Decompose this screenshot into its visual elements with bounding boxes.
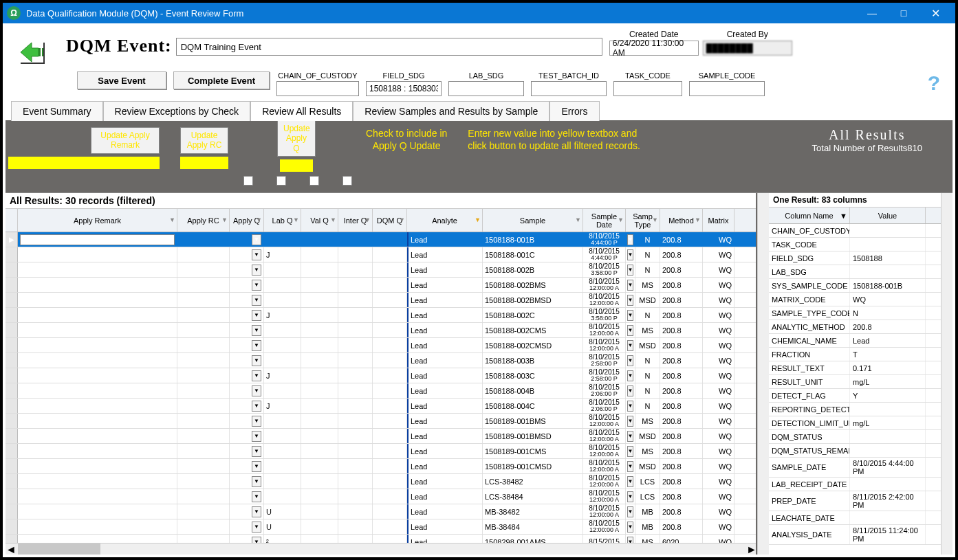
detail-row[interactable]: LAB_SDG <box>769 265 941 279</box>
cell-apply-q[interactable]: ▼ <box>230 247 264 262</box>
dropdown-icon[interactable]: ▼ <box>252 249 261 260</box>
save-event-button[interactable]: Save Event <box>77 71 166 89</box>
cell-apply-q[interactable]: ▼ <box>230 489 264 504</box>
cell-apply-rc[interactable] <box>177 232 230 247</box>
col-sample-date[interactable]: Sample Date▼ <box>583 209 626 232</box>
table-row[interactable]: ▼Lead1508189-001CMS8/10/201512:00:00 A▼M… <box>6 444 756 459</box>
cell-apply-rc[interactable] <box>177 414 230 428</box>
cell-apply-remark[interactable] <box>18 353 177 368</box>
dropdown-icon[interactable]: ▼ <box>252 355 261 366</box>
detail-row[interactable]: ANALYSIS_DATE8/11/2015 11:24:00 PM <box>769 525 941 545</box>
detail-row[interactable]: REPORTING_DETECTION_LIMIT <box>769 403 941 416</box>
date-dropdown[interactable]: ▼ <box>626 262 635 277</box>
detail-row[interactable]: PREP_DATE8/11/2015 2:42:00 PM <box>769 491 941 511</box>
cell-apply-remark[interactable] <box>18 293 177 307</box>
detail-row[interactable]: RESULT_TEXT0.171 <box>769 361 941 375</box>
cell-apply-q[interactable]: ▼ <box>230 308 264 322</box>
detail-row[interactable]: CHAIN_OF_CUSTODY <box>769 224 941 238</box>
maximize-button[interactable]: □ <box>888 3 919 23</box>
test-batch-input[interactable] <box>531 81 607 96</box>
cell-apply-q[interactable]: ▼ <box>230 368 264 383</box>
cell-apply-q[interactable]: ▼ <box>230 429 264 443</box>
table-row[interactable]: ▶▼Lead1508188-001B8/10/20154:44:00 P▼N20… <box>6 232 756 247</box>
date-dropdown[interactable]: ▼ <box>626 232 635 247</box>
table-row[interactable]: ▼Lead1508188-002CMSD8/10/201512:00:00 A▼… <box>6 338 756 353</box>
detail-col-value[interactable]: Value <box>850 208 926 223</box>
cell-apply-rc[interactable] <box>177 504 230 519</box>
date-dropdown[interactable]: ▼ <box>626 504 635 519</box>
event-name-input[interactable] <box>176 38 602 56</box>
detail-row[interactable]: MATRIX_CODEWQ <box>769 293 941 306</box>
cell-apply-q[interactable]: ▼ <box>230 399 264 413</box>
update-apply-remark-button[interactable]: Update Apply Remark <box>91 127 160 154</box>
cell-apply-rc[interactable] <box>177 383 230 398</box>
cell-apply-remark[interactable] <box>18 232 177 247</box>
detail-row[interactable]: CHEMICAL_NAMELead <box>769 334 941 348</box>
cell-apply-remark[interactable] <box>18 247 177 262</box>
tab-review-all-results[interactable]: Review All Results <box>250 101 353 121</box>
cell-apply-remark[interactable] <box>18 383 177 398</box>
dropdown-icon[interactable]: ▼ <box>252 234 261 245</box>
cell-apply-rc[interactable] <box>177 293 230 307</box>
cell-apply-rc[interactable] <box>177 308 230 322</box>
cell-apply-q[interactable]: ▼ <box>230 323 264 337</box>
dropdown-icon[interactable]: ▼ <box>252 265 261 276</box>
table-row[interactable]: ▼Lead1508188-003B8/10/20152:58:00 P▼N200… <box>6 353 756 368</box>
dropdown-icon[interactable]: ▼ <box>252 522 261 533</box>
table-row[interactable]: ▼LeadLCS-384848/10/201512:00:00 A▼LCS200… <box>6 489 756 504</box>
cell-apply-remark[interactable] <box>18 429 177 443</box>
date-dropdown[interactable]: ▼ <box>626 353 635 368</box>
cell-apply-remark[interactable] <box>18 414 177 428</box>
date-dropdown[interactable]: ▼ <box>626 535 635 543</box>
apply-remark-yellow-input[interactable] <box>8 157 160 169</box>
table-row[interactable]: ▼Lead1508188-002B8/10/20153:58:00 P▼N200… <box>6 262 756 278</box>
col-lab-q[interactable]: Lab Q▼ <box>264 209 301 232</box>
dropdown-icon[interactable]: ▼ <box>252 370 261 381</box>
detail-row[interactable]: SYS_SAMPLE_CODE1508188-001B <box>769 279 941 293</box>
date-dropdown[interactable]: ▼ <box>626 444 635 458</box>
dropdown-icon[interactable]: ▼ <box>252 461 261 472</box>
lab-sdg-input[interactable] <box>448 81 524 96</box>
cell-apply-q[interactable]: ▼ <box>230 504 264 519</box>
dropdown-icon[interactable]: ▼ <box>252 506 261 517</box>
update-apply-q-button[interactable]: Update Apply Q <box>277 120 316 157</box>
cell-apply-q[interactable]: ▼ <box>230 262 264 277</box>
cell-apply-remark[interactable] <box>18 519 177 534</box>
cell-apply-remark[interactable] <box>18 338 177 352</box>
date-dropdown[interactable]: ▼ <box>626 383 635 398</box>
detail-row[interactable]: FIELD_SDG1508188 <box>769 251 941 265</box>
table-row[interactable]: ▼ULeadMB-384828/10/201512:00:00 A▼MB200.… <box>6 504 756 519</box>
cell-apply-remark[interactable] <box>18 278 177 292</box>
cell-apply-rc[interactable] <box>177 338 230 352</box>
dropdown-icon[interactable]: ▼ <box>252 280 261 291</box>
table-row[interactable]: ▼²Lead1508298-001AMS8/15/2015▼MS6020WQ <box>6 535 756 543</box>
table-row[interactable]: ▼Lead1508189-001BMSD8/10/201512:00:00 A▼… <box>6 429 756 444</box>
date-dropdown[interactable]: ▼ <box>626 308 635 322</box>
date-dropdown[interactable]: ▼ <box>626 489 635 504</box>
table-row[interactable]: ▼ULeadMB-384848/10/201512:00:00 A▼MB200.… <box>6 519 756 535</box>
table-row[interactable]: ▼Lead1508189-001BMS8/10/201512:00:00 A▼M… <box>6 414 756 429</box>
date-dropdown[interactable]: ▼ <box>626 429 635 443</box>
field-sdg-input[interactable] <box>366 81 442 96</box>
vertical-scrollbar-right[interactable] <box>941 193 952 555</box>
table-row[interactable]: ▼JLead1508188-003C8/10/20152:58:00 P▼N20… <box>6 368 756 383</box>
date-dropdown[interactable]: ▼ <box>626 247 635 262</box>
cell-apply-q[interactable]: ▼ <box>230 232 264 247</box>
detail-row[interactable]: DQM_STATUS <box>769 430 941 444</box>
cell-apply-remark[interactable] <box>18 262 177 277</box>
dropdown-icon[interactable]: ▼ <box>252 537 261 543</box>
detail-row[interactable]: SAMPLE_DATE8/10/2015 4:44:00 PM <box>769 458 941 478</box>
cell-apply-rc[interactable] <box>177 368 230 383</box>
date-dropdown[interactable]: ▼ <box>626 399 635 413</box>
detail-row[interactable]: RESULT_UNITmg/L <box>769 375 941 389</box>
dropdown-icon[interactable]: ▼ <box>252 476 261 487</box>
col-matrix[interactable]: Matrix <box>703 209 734 232</box>
cell-apply-rc[interactable] <box>177 459 230 473</box>
date-dropdown[interactable]: ▼ <box>626 474 635 489</box>
detail-row[interactable]: FRACTIONT <box>769 348 941 361</box>
include-check-2[interactable] <box>276 176 286 186</box>
date-dropdown[interactable]: ▼ <box>626 293 635 307</box>
cell-apply-rc[interactable] <box>177 353 230 368</box>
include-check-1[interactable] <box>243 176 253 186</box>
minimize-button[interactable]: — <box>856 3 888 23</box>
